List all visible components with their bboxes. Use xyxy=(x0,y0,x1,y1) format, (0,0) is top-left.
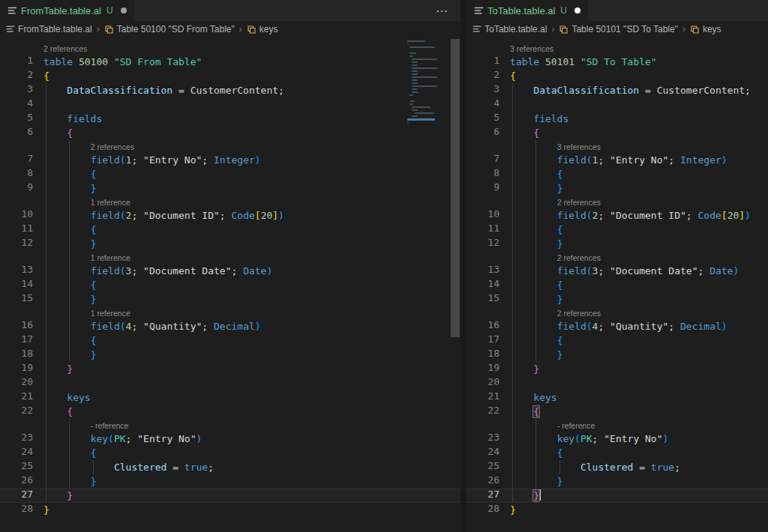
codelens-row[interactable]: 1 reference xyxy=(0,251,460,264)
code-line[interactable]: 17 { xyxy=(466,333,768,348)
line-number[interactable]: 6 xyxy=(466,126,500,140)
code-line[interactable]: 11 { xyxy=(466,223,768,237)
code-line[interactable]: 9 } xyxy=(0,181,460,196)
code-line[interactable]: 27 } xyxy=(0,489,460,503)
line-number[interactable]: 8 xyxy=(466,167,500,181)
line-number[interactable]: 18 xyxy=(466,348,500,362)
tab-totable[interactable]: ToTable.table.al U xyxy=(466,0,588,21)
line-number[interactable]: 13 xyxy=(0,264,33,278)
line-number[interactable]: 28 xyxy=(466,503,500,517)
codelens-row[interactable]: - reference xyxy=(0,419,460,432)
line-number[interactable]: 7 xyxy=(0,153,33,167)
codelens-row[interactable]: - reference xyxy=(466,419,768,432)
minimap[interactable] xyxy=(407,40,435,125)
tab-fromtable[interactable]: FromTable.table.al U xyxy=(0,0,134,21)
editor-actions-ellipsis-icon[interactable]: ⋯ xyxy=(424,0,460,21)
code-line[interactable]: 26 } xyxy=(0,474,460,489)
line-number[interactable]: 13 xyxy=(466,264,500,278)
codelens-row[interactable]: 3 references xyxy=(466,140,768,153)
line-number[interactable]: 25 xyxy=(466,460,500,474)
line-number[interactable]: 14 xyxy=(466,278,500,292)
line-number[interactable]: 16 xyxy=(466,319,500,333)
codelens-label[interactable]: 3 references xyxy=(510,44,554,53)
line-number[interactable]: 22 xyxy=(0,405,33,419)
line-number[interactable]: 23 xyxy=(0,432,33,446)
line-number[interactable]: 1 xyxy=(0,55,33,69)
codelens-label[interactable]: 1 reference xyxy=(91,198,130,207)
line-number[interactable]: 19 xyxy=(466,362,500,376)
code-line[interactable]: 22 { xyxy=(466,405,768,419)
codelens-label[interactable]: 2 references xyxy=(44,44,87,53)
codelens-row[interactable]: 2 references xyxy=(466,196,768,208)
code-line[interactable]: 7 field(1; "Entry No"; Integer) xyxy=(466,153,768,167)
line-number[interactable]: 8 xyxy=(0,167,33,181)
line-number[interactable]: 7 xyxy=(466,153,500,167)
code-line[interactable]: 8 { xyxy=(0,167,460,181)
codelens-label[interactable]: 1 reference xyxy=(91,309,130,318)
line-number[interactable]: 12 xyxy=(0,237,33,251)
line-number[interactable]: 19 xyxy=(0,362,33,376)
line-number[interactable]: 22 xyxy=(466,405,500,419)
code-line[interactable]: 3 DataClassification = CustomerContent; xyxy=(466,83,768,97)
code-line[interactable]: 20 xyxy=(466,376,768,390)
code-line[interactable]: 15 } xyxy=(466,292,768,306)
breadcrumb-item-file[interactable]: ToTable.table.al xyxy=(484,24,547,34)
codelens-label[interactable]: 2 references xyxy=(557,198,601,207)
code-line[interactable]: 23 key(PK; "Entry No") xyxy=(0,432,460,446)
line-number[interactable]: 12 xyxy=(466,237,500,251)
code-line[interactable]: 1table 50100 "SD From Table" xyxy=(0,55,460,69)
codelens-row[interactable]: 2 references xyxy=(0,140,460,153)
line-number[interactable]: 3 xyxy=(0,83,33,97)
code-line[interactable]: 28} xyxy=(466,503,768,517)
line-number[interactable]: 4 xyxy=(0,97,33,112)
line-number[interactable]: 21 xyxy=(0,390,33,405)
line-number[interactable]: 11 xyxy=(0,223,33,237)
codelens-label[interactable]: 2 references xyxy=(557,309,601,318)
code-line[interactable]: 2{ xyxy=(0,69,460,83)
codelens-label[interactable]: 3 references xyxy=(557,142,601,151)
line-number[interactable]: 15 xyxy=(0,292,33,306)
code-line[interactable]: 1table 50101 "SD To Table" xyxy=(466,55,768,69)
modified-dot-icon[interactable] xyxy=(574,7,580,13)
line-number[interactable]: 15 xyxy=(466,292,500,306)
line-number[interactable]: 26 xyxy=(466,474,500,489)
line-number[interactable]: 17 xyxy=(466,333,500,348)
line-number[interactable]: 21 xyxy=(466,390,500,405)
code-line[interactable]: 25 Clustered = true; xyxy=(0,460,460,474)
code-line[interactable]: 24 { xyxy=(0,446,460,460)
breadcrumb-item-keys[interactable]: keys xyxy=(703,24,722,34)
line-number[interactable]: 5 xyxy=(466,112,500,126)
line-number[interactable]: 26 xyxy=(0,474,33,489)
code-line[interactable]: 4 xyxy=(466,97,768,112)
code-line[interactable]: 23 key(PK; "Entry No") xyxy=(466,432,768,446)
line-number[interactable]: 11 xyxy=(466,223,500,237)
code-line[interactable]: 27 } xyxy=(466,489,768,503)
line-number[interactable]: 4 xyxy=(466,97,500,112)
line-number[interactable]: 24 xyxy=(466,446,500,460)
code-line[interactable]: 17 { xyxy=(0,333,460,348)
split-sash[interactable] xyxy=(460,0,466,532)
line-number[interactable]: 9 xyxy=(466,181,500,196)
line-number[interactable]: 10 xyxy=(466,208,500,223)
breadcrumb-item-keys[interactable]: keys xyxy=(260,24,278,34)
code-line[interactable]: 24 { xyxy=(466,446,768,460)
codelens-label[interactable]: - reference xyxy=(91,421,129,430)
code-line[interactable]: 21 keys xyxy=(466,390,768,405)
code-line[interactable]: 10 field(2; "Document ID"; Code[20]) xyxy=(0,208,460,223)
code-line[interactable]: 25 Clustered = true; xyxy=(466,460,768,474)
code-line[interactable]: 6 { xyxy=(466,126,768,140)
code-line[interactable]: 12 } xyxy=(0,237,460,251)
line-number[interactable]: 20 xyxy=(466,376,500,390)
line-number[interactable]: 27 xyxy=(466,489,500,503)
codelens-label[interactable]: 2 references xyxy=(91,142,134,151)
code-line[interactable]: 20 xyxy=(0,376,460,390)
line-number[interactable]: 10 xyxy=(0,208,33,223)
code-line[interactable]: 19 } xyxy=(0,362,460,376)
code-line[interactable]: 16 field(4; "Quantity"; Decimal) xyxy=(466,319,768,333)
code-editor[interactable]: 3 references1table 50101 "SD To Table"2{… xyxy=(466,37,768,532)
codelens-row[interactable]: 2 references xyxy=(466,251,768,264)
line-number[interactable]: 2 xyxy=(466,69,500,83)
codelens-row[interactable]: 3 references xyxy=(466,42,768,55)
modified-dot-icon[interactable] xyxy=(121,7,127,13)
code-line[interactable]: 9 } xyxy=(466,181,768,196)
